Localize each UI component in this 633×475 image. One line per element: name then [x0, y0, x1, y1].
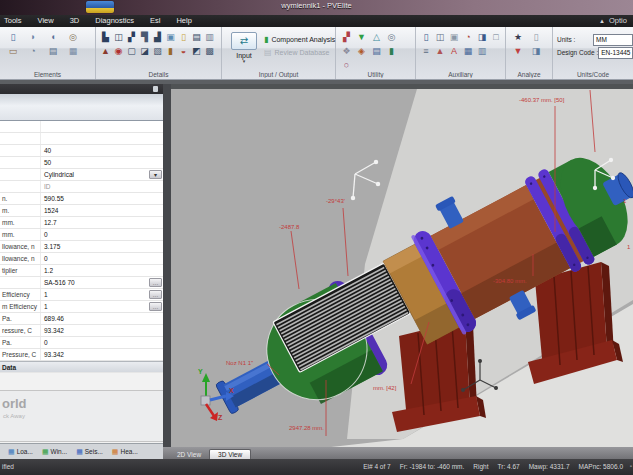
toolbar-icon-utility-8[interactable]: ▮ — [386, 45, 398, 57]
toolbar-icon-utility-5[interactable]: ❖ — [341, 45, 353, 57]
toolbar-icon-details-6[interactable]: ▣ — [165, 31, 177, 43]
toolbar-icon-utility-7[interactable]: ▤ — [371, 45, 383, 57]
toolbar-icon-elements-4[interactable]: ◎ — [67, 31, 79, 43]
toolbar-icon-elements-3[interactable]: ◖ — [47, 31, 59, 43]
property-value[interactable]: Cylindrical — [40, 169, 163, 180]
property-value[interactable]: 40 — [40, 145, 163, 156]
toolbar-icon-details-2[interactable]: ◫ — [113, 31, 125, 43]
toolbar-icon-auxiliary-10[interactable]: ▦ — [462, 45, 474, 57]
menu-view[interactable]: View — [30, 15, 62, 27]
menu-3d[interactable]: 3D — [62, 15, 88, 27]
toolbar-icon-auxiliary-5[interactable]: ◨ — [476, 31, 488, 43]
toolbar-icon-utility-9[interactable]: ○ — [341, 59, 353, 71]
property-value[interactable]: 50 — [40, 157, 163, 168]
toolbar-icon-auxiliary-4[interactable]: ◔ — [462, 31, 474, 43]
panel-splitter[interactable] — [163, 84, 171, 459]
annotation: Noz N1 1" — [226, 360, 253, 366]
property-value[interactable]: 12.7 — [40, 217, 163, 228]
toolbar-icon-auxiliary-3[interactable]: ▣ — [448, 31, 460, 43]
toolbar-icon-analyze-2[interactable]: ▯ — [530, 31, 542, 43]
property-value[interactable]: SA-516 70 — [40, 277, 163, 288]
toolbar-icon-elements-5[interactable]: ▭ — [7, 45, 19, 57]
toolbar-icon-utility-4[interactable]: ◎ — [386, 31, 398, 43]
property-value[interactable]: 3.175 — [40, 241, 163, 252]
property-value[interactable]: 689.46 — [40, 313, 163, 324]
property-value[interactable]: 1.2 — [40, 265, 163, 276]
component-analysis-button[interactable]: ▮Component Analysis — [264, 33, 335, 46]
3d-viewport[interactable]: -29°43'-2487.8-460.37 mm. [50]-304.80 mm… — [171, 84, 633, 447]
toolbar-icon-details-10[interactable]: ▲ — [100, 45, 112, 57]
toolbar-icon-elements-7[interactable]: ▤ — [47, 45, 59, 57]
toolbar-icon-details-7[interactable]: ▯ — [178, 31, 190, 43]
statusbar: ified El# 4 of 7Fr: -1984 to: -460 mm.Ri… — [0, 459, 633, 475]
browse-button[interactable]: … — [149, 278, 162, 287]
toolbar-icon-auxiliary-9[interactable]: A — [448, 45, 460, 57]
property-row: Pa.689.46 — [0, 313, 163, 325]
toolbar-icon-analyze-4[interactable]: ◨ — [530, 45, 542, 57]
toolbar-icon-auxiliary-6[interactable]: □ — [490, 31, 502, 43]
toolbar-icon-utility-3[interactable]: △ — [371, 31, 383, 43]
toolbar-icon-details-13[interactable]: ◪ — [139, 45, 151, 57]
property-value[interactable]: 93.342 — [40, 325, 163, 336]
toolbar-icon-details-1[interactable]: ▙ — [100, 31, 112, 43]
menu-diagnostics[interactable]: Diagnostics — [87, 15, 142, 27]
toolbar-icon-utility-2[interactable]: ▼ — [356, 31, 368, 43]
panel-tab-hea[interactable]: ▦Hea... — [112, 448, 138, 455]
tab-3d-view[interactable]: 3D View — [209, 449, 251, 459]
property-value[interactable]: 590.55 — [40, 193, 163, 204]
dropdown-button[interactable]: ▾ — [149, 170, 162, 179]
property-value[interactable] — [40, 121, 163, 132]
browse-button[interactable]: … — [149, 302, 162, 311]
property-value[interactable] — [40, 133, 163, 144]
toolbar-icon-elements-8[interactable]: ▦ — [67, 45, 79, 57]
panel-tab-loa[interactable]: ▦Loa... — [8, 448, 33, 455]
toolbar-icon-utility-1[interactable]: ▞ — [341, 31, 353, 43]
toolbar-icon-details-15[interactable]: ▮ — [165, 45, 177, 57]
units-field[interactable]: MM — [593, 34, 633, 46]
design-code-field[interactable]: EN-13445 — [598, 47, 633, 59]
axis-label-x: X — [229, 387, 234, 394]
toolbar-icon-analyze-3[interactable]: ▼ — [512, 45, 524, 57]
property-value[interactable]: 0 — [40, 253, 163, 264]
toolbar-icon-details-12[interactable]: ▢ — [126, 45, 138, 57]
menu-tools[interactable]: Tools — [0, 15, 30, 27]
toolbar-icon-utility-6[interactable]: ◈ — [356, 45, 368, 57]
toolbar-icon-details-4[interactable]: ▜ — [139, 31, 151, 43]
menubar: ToolsView3DDiagnosticsEslHelp ▲ Optio — [0, 15, 633, 27]
toolbar-icon-elements-2[interactable]: ◗ — [27, 31, 39, 43]
property-value[interactable]: ID — [40, 181, 163, 192]
toolbar-icon-details-16[interactable]: ◒ — [178, 45, 190, 57]
toolbar-icon-auxiliary-7[interactable]: ≡ — [420, 45, 432, 57]
property-value[interactable]: 1 — [40, 289, 163, 300]
property-value[interactable]: 1524 — [40, 205, 163, 216]
ribbon-options-button[interactable]: ▲ Optio — [599, 15, 633, 27]
toolbar-icon-details-8[interactable]: ▤ — [191, 31, 203, 43]
browse-button[interactable]: … — [149, 290, 162, 299]
toolbar-icon-analyze-1[interactable]: ★ — [512, 31, 524, 43]
toolbar-icon-details-14[interactable]: ▧ — [152, 45, 164, 57]
toolbar-icon-auxiliary-1[interactable]: ▯ — [420, 31, 432, 43]
property-value[interactable]: 93.342 — [40, 349, 163, 360]
toolbar-icon-elements-1[interactable]: ▯ — [7, 31, 19, 43]
toolbar-icon-details-9[interactable]: ▥ — [204, 31, 216, 43]
toolbar-icon-elements-6[interactable]: ◔ — [27, 45, 39, 57]
tab-2d-view[interactable]: 2D View — [169, 450, 209, 459]
toolbar-icon-details-18[interactable]: ▩ — [204, 45, 216, 57]
toolbar-icon-auxiliary-8[interactable]: ▲ — [434, 45, 446, 57]
property-value[interactable]: 0 — [40, 337, 163, 348]
input-button[interactable]: ⇄ Input ▾ — [227, 30, 261, 74]
pin-icon[interactable] — [153, 86, 158, 92]
toolbar-icon-details-3[interactable]: ▞ — [126, 31, 138, 43]
menu-help[interactable]: Help — [168, 15, 199, 27]
property-value[interactable]: 0 — [40, 229, 163, 240]
toolbar-icon-auxiliary-2[interactable]: ◫ — [434, 31, 446, 43]
toolbar-icon-auxiliary-11[interactable]: ▥ — [476, 45, 488, 57]
property-value[interactable]: 1 — [40, 301, 163, 312]
toolbar-icon-details-11[interactable]: ◉ — [113, 45, 125, 57]
toolbar-icon-details-5[interactable]: ▟ — [152, 31, 164, 43]
panel-tab-win[interactable]: ▦Win... — [42, 448, 67, 455]
review-database-button: ▤Review Database — [264, 46, 335, 59]
menu-esl[interactable]: Esl — [142, 15, 168, 27]
toolbar-icon-details-17[interactable]: ◩ — [191, 45, 203, 57]
panel-tab-seis[interactable]: ▦Seis... — [76, 448, 103, 455]
